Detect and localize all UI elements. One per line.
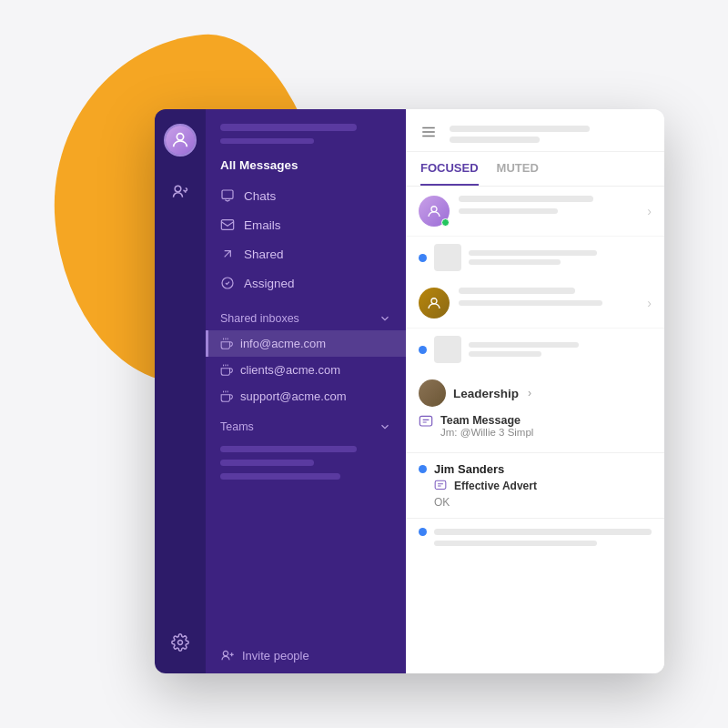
- team-message-item[interactable]: Team Message Jm: @Willie 3 Simpl: [419, 414, 652, 438]
- conv-avatar-img-3: [419, 288, 450, 318]
- svg-rect-4: [221, 220, 233, 230]
- teams-label: Teams: [220, 420, 254, 433]
- user-avatar[interactable]: [164, 124, 197, 157]
- jim-content: Effective Advert: [419, 480, 652, 496]
- contacts-icon[interactable]: [164, 175, 197, 207]
- sidebar-item-chats-label: Chats: [244, 189, 276, 203]
- jim-unread-dot: [419, 465, 427, 473]
- conv-content-3: [459, 288, 638, 306]
- leadership-arrow: ›: [528, 387, 531, 399]
- unread-dot-2: [419, 254, 427, 262]
- team-message-preview: Jm: @Willie 3 Simpl: [440, 427, 652, 438]
- unread-dot-4: [419, 346, 427, 354]
- header-bar-2: [450, 136, 540, 143]
- jim-sanders-section[interactable]: Jim Sanders Effective Advert OK: [406, 453, 664, 519]
- team-message-icon: [419, 415, 433, 430]
- sidebar: All Messages Chats Emails: [206, 109, 406, 673]
- sidebar-item-shared-label: Shared: [244, 248, 284, 261]
- team-message-title: Team Message: [440, 414, 652, 427]
- leadership-section[interactable]: Leadership › Team Message Jm: @Willie 3 …: [406, 370, 664, 453]
- conv-bar-name-4: [469, 342, 579, 348]
- svg-rect-23: [420, 416, 431, 426]
- bottom-bar-2: [434, 541, 597, 546]
- main-header: [406, 109, 664, 152]
- leadership-title: Leadership: [453, 387, 519, 400]
- svg-rect-24: [435, 480, 446, 489]
- invite-people-button[interactable]: Invite people: [220, 648, 391, 662]
- hamburger-icon[interactable]: [420, 124, 437, 144]
- svg-point-15: [223, 651, 228, 655]
- conv-bar-preview-1: [459, 208, 558, 214]
- conversation-item-3[interactable]: ›: [406, 278, 664, 329]
- teams-section-header[interactable]: Teams: [206, 410, 406, 439]
- bottom-dot-row-1: [419, 528, 652, 536]
- conv-content-4: [469, 342, 652, 357]
- inbox-item-info[interactable]: info@acme.com: [206, 330, 406, 357]
- conv-avatar-1: [419, 196, 450, 227]
- bottom-bars: [406, 519, 664, 555]
- jim-message-text: Effective Advert: [454, 480, 537, 492]
- jim-message-bold: Effective: [454, 480, 500, 492]
- settings-icon[interactable]: [164, 626, 197, 659]
- header-bar-1: [450, 126, 590, 132]
- svg-point-22: [431, 298, 437, 304]
- tab-muted[interactable]: MUTED: [497, 152, 539, 186]
- conv-content-1: [459, 196, 638, 214]
- svg-rect-3: [222, 190, 233, 198]
- conversation-item-1[interactable]: ›: [406, 187, 664, 237]
- sidebar-item-assigned-label: Assigned: [244, 277, 295, 290]
- conversation-item-2[interactable]: [406, 237, 664, 278]
- sidebar-item-emails-label: Emails: [244, 218, 281, 232]
- bottom-bar-1: [434, 529, 652, 535]
- sidebar-search-bar: [220, 124, 357, 131]
- tab-focused[interactable]: FOCUSED: [420, 152, 479, 186]
- jim-name: Jim Sanders: [434, 462, 504, 476]
- sidebar-footer: Invite people: [206, 637, 406, 673]
- leadership-header: Leadership ›: [419, 379, 652, 407]
- jim-message-rest: Advert: [500, 480, 537, 492]
- inbox-support-label: support@acme.com: [240, 389, 347, 403]
- conversation-item-4[interactable]: [406, 329, 664, 370]
- sidebar-item-chats[interactable]: Chats: [206, 181, 406, 210]
- shared-inboxes-header[interactable]: Shared inboxes: [206, 301, 406, 330]
- sidebar-nav: Chats Emails Shared: [206, 177, 406, 301]
- sidebar-item-shared[interactable]: Shared: [206, 239, 406, 268]
- conversation-list: ›: [406, 187, 664, 673]
- invite-people-label: Invite people: [242, 649, 309, 662]
- bottom-dot-1: [419, 528, 427, 536]
- inbox-item-clients[interactable]: clients@acme.com: [206, 357, 406, 383]
- conv-bar-name-2: [469, 250, 597, 256]
- conv-bar-preview-4: [469, 351, 541, 357]
- inbox-clients-label: clients@acme.com: [240, 363, 340, 377]
- jim-ok: OK: [419, 496, 652, 509]
- leadership-avatar: [419, 379, 446, 407]
- team-message-text: Team Message Jm: @Willie 3 Simpl: [440, 414, 652, 438]
- conv-icon-4: [434, 336, 461, 363]
- inbox-info-label: info@acme.com: [240, 337, 326, 350]
- all-messages-label[interactable]: All Messages: [206, 151, 406, 177]
- inbox-item-support[interactable]: support@acme.com: [206, 383, 406, 410]
- sidebar-search-bar-sm: [220, 138, 314, 144]
- conv-content-2: [469, 250, 652, 265]
- jim-header: Jim Sanders: [419, 462, 652, 476]
- online-dot-1: [441, 218, 450, 227]
- app-window: All Messages Chats Emails: [155, 109, 664, 673]
- svg-point-21: [431, 207, 437, 212]
- team-bar-3: [220, 473, 340, 480]
- tabs-row: FOCUSED MUTED: [406, 152, 664, 187]
- sidebar-header: [206, 109, 406, 151]
- teams-list: [206, 439, 406, 487]
- conv-icon-2: [434, 244, 461, 271]
- team-bar-1: [220, 446, 357, 452]
- shared-inboxes-label: Shared inboxes: [220, 312, 299, 325]
- conv-bar-name-1: [459, 196, 593, 202]
- main-panel: FOCUSED MUTED: [406, 109, 664, 673]
- conv-bar-name-3: [459, 288, 575, 294]
- sidebar-item-emails[interactable]: Emails: [206, 210, 406, 239]
- team-bar-2: [220, 460, 314, 466]
- icon-bar: [155, 109, 206, 673]
- sidebar-item-assigned[interactable]: Assigned: [206, 268, 406, 298]
- jim-message-icon: [434, 480, 447, 496]
- conv-arrow-1: ›: [647, 204, 652, 218]
- svg-point-1: [175, 186, 181, 192]
